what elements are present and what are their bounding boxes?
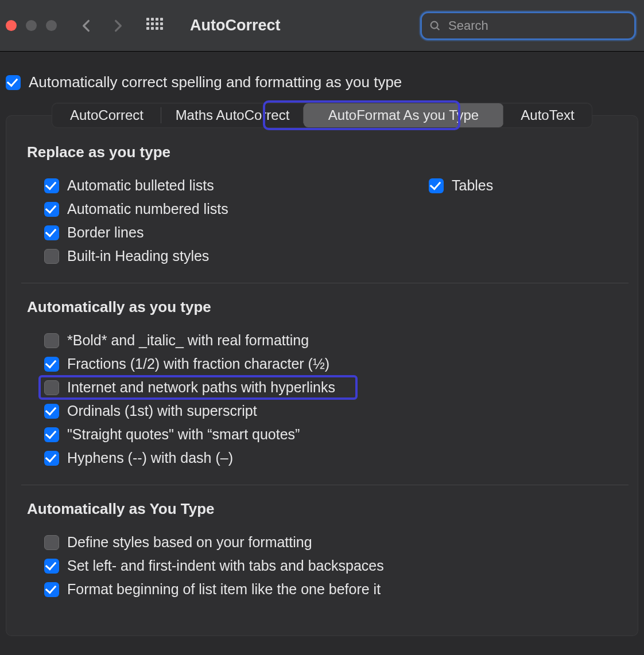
label-fractions: Fractions (1/2) with fraction character … [67, 356, 329, 372]
label-ordinals: Ordinals (1st) with superscript [67, 403, 257, 419]
minimize-button[interactable] [26, 20, 37, 31]
section-title-replace: Replace as you type [27, 143, 623, 161]
tab-autotext[interactable]: AutoText [503, 103, 592, 127]
checkbox-hyperlinks[interactable] [44, 380, 59, 395]
show-all-button[interactable] [146, 18, 162, 34]
close-button[interactable] [6, 20, 17, 31]
checkbox-numbered-lists[interactable] [44, 202, 59, 217]
replace-col-right: Tables [429, 174, 623, 268]
label-border-lines: Border lines [67, 224, 143, 241]
search-input[interactable] [447, 18, 627, 34]
label-format-list: Format beginning of list item like the o… [67, 581, 381, 598]
section-title-auto2: Automatically as You Type [27, 500, 623, 518]
content: Automatically correct spelling and forma… [0, 52, 644, 636]
opt-heading-styles: Built-in Heading styles [44, 244, 394, 268]
opt-quotes: "Straight quotes" with “smart quotes” [44, 423, 623, 446]
divider-1 [21, 283, 629, 283]
svg-point-0 [431, 21, 438, 28]
checkbox-bulleted-lists[interactable] [44, 178, 59, 193]
search-icon [429, 20, 441, 32]
label-bulleted-lists: Automatic bulleted lists [67, 177, 214, 194]
master-checkbox[interactable] [6, 75, 21, 90]
tab-autoformat-as-you-type[interactable]: AutoFormat As you Type [304, 103, 503, 127]
opt-ordinals: Ordinals (1st) with superscript [44, 399, 623, 423]
label-bold-italic: *Bold* and _italic_ with real formatting [67, 332, 309, 349]
replace-columns: Automatic bulleted lists Automatic numbe… [27, 174, 623, 268]
settings-panel: Replace as you type Automatic bulleted l… [6, 115, 638, 636]
forward-button[interactable] [111, 18, 126, 33]
checkbox-heading-styles[interactable] [44, 249, 59, 264]
master-checkbox-label: Automatically correct spelling and forma… [29, 73, 402, 91]
auto1-list: *Bold* and _italic_ with real formatting… [27, 329, 623, 470]
chevron-right-icon [111, 18, 126, 33]
label-define-styles: Define styles based on your formatting [67, 534, 312, 551]
opt-border-lines: Border lines [44, 221, 394, 244]
checkbox-format-list[interactable] [44, 582, 59, 597]
label-quotes: "Straight quotes" with “smart quotes” [67, 426, 300, 443]
tabs: AutoCorrect Maths AutoCorrect AutoFormat… [52, 103, 592, 128]
tabs-container: AutoCorrect Maths AutoCorrect AutoFormat… [6, 103, 638, 128]
checkbox-hyphens[interactable] [44, 451, 59, 466]
checkbox-quotes[interactable] [44, 427, 59, 442]
replace-col-left: Automatic bulleted lists Automatic numbe… [27, 174, 394, 268]
search-field[interactable] [420, 11, 636, 40]
auto2-list: Define styles based on your formatting S… [27, 531, 623, 601]
toolbar: AutoCorrect [0, 0, 644, 52]
checkbox-border-lines[interactable] [44, 225, 59, 240]
divider-2 [21, 485, 629, 485]
svg-line-1 [437, 27, 439, 29]
section-title-auto1: Automatically as you type [27, 298, 623, 316]
opt-tables: Tables [429, 174, 623, 197]
checkbox-bold-italic[interactable] [44, 333, 59, 348]
window-title: AutoCorrect [190, 17, 420, 34]
chevron-left-icon [79, 18, 94, 33]
maximize-button[interactable] [46, 20, 57, 31]
opt-define-styles: Define styles based on your formatting [44, 531, 623, 554]
label-numbered-lists: Automatic numbered lists [67, 201, 228, 217]
checkbox-ordinals[interactable] [44, 404, 59, 419]
label-tables: Tables [452, 177, 493, 194]
checkbox-set-indent[interactable] [44, 559, 59, 574]
opt-hyphens: Hyphens (--) with dash (–) [44, 446, 623, 470]
label-hyperlinks: Internet and network paths with hyperlin… [67, 379, 335, 396]
opt-hyperlinks: Internet and network paths with hyperlin… [44, 376, 623, 399]
tab-maths-autocorrect[interactable]: Maths AutoCorrect [161, 103, 304, 127]
label-hyphens: Hyphens (--) with dash (–) [67, 450, 233, 466]
opt-format-list: Format beginning of list item like the o… [44, 578, 623, 601]
opt-set-indent: Set left- and first-indent with tabs and… [44, 554, 623, 578]
tab-autocorrect[interactable]: AutoCorrect [52, 103, 161, 127]
nav-buttons [79, 18, 126, 33]
label-set-indent: Set left- and first-indent with tabs and… [67, 557, 384, 574]
back-button[interactable] [79, 18, 94, 33]
label-heading-styles: Built-in Heading styles [67, 248, 209, 264]
window-controls [6, 20, 57, 31]
opt-fractions: Fractions (1/2) with fraction character … [44, 352, 623, 376]
opt-bulleted-lists: Automatic bulleted lists [44, 174, 394, 197]
checkbox-fractions[interactable] [44, 357, 59, 372]
opt-numbered-lists: Automatic numbered lists [44, 197, 394, 221]
checkbox-tables[interactable] [429, 178, 444, 193]
opt-bold-italic: *Bold* and _italic_ with real formatting [44, 329, 623, 352]
checkbox-define-styles[interactable] [44, 535, 59, 550]
master-toggle-row: Automatically correct spelling and forma… [6, 73, 638, 103]
